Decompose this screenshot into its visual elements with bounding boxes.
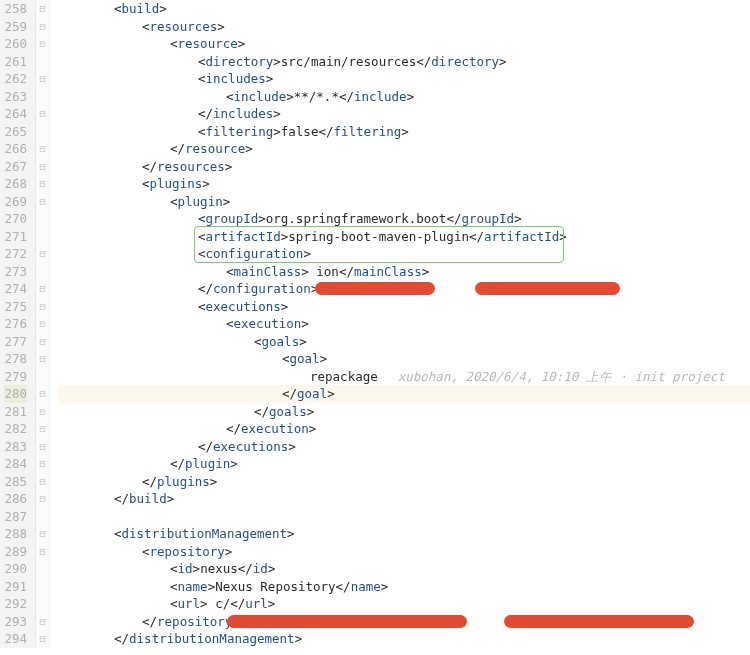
token-punc: > (167, 491, 175, 506)
code-line[interactable]: <artifactId>spring-boot-maven-plugin</ar… (58, 228, 750, 246)
fold-marker[interactable]: ⊟ (36, 245, 49, 263)
code-line[interactable]: <execution> (58, 315, 750, 333)
code-line[interactable]: <directory>src/main/resources</directory… (58, 53, 750, 71)
code-line[interactable]: </build> (58, 490, 750, 508)
token-punc: > (273, 106, 281, 121)
fold-marker[interactable]: ⊟ (36, 105, 49, 123)
fold-marker[interactable]: ⊟ (36, 333, 49, 351)
code-line[interactable]: <id>nexus</id> (58, 560, 750, 578)
code-line[interactable]: <filtering>false</filtering> (58, 123, 750, 141)
code-line[interactable]: </configuration> (58, 280, 750, 298)
fold-marker[interactable]: ⊟ (36, 525, 49, 543)
line-number: 294 (4, 630, 27, 648)
fold-marker[interactable]: ⊟ (36, 315, 49, 333)
token-punc: < (198, 229, 206, 244)
token-text: repackage (310, 369, 378, 384)
code-line[interactable]: <executions> (58, 298, 750, 316)
token-tag: directory (206, 54, 274, 69)
fold-marker[interactable]: ⊟ (36, 420, 49, 438)
code-line[interactable]: <include>**/*.*</include> (58, 88, 750, 106)
fold-marker[interactable]: ⊟ (36, 0, 49, 18)
fold-marker[interactable]: ⊟ (36, 543, 49, 561)
fold-marker[interactable]: ⊟ (36, 175, 49, 193)
code-area[interactable]: <build><resources><resource><directory>s… (50, 0, 750, 648)
code-line[interactable]: <distributionManagement> (58, 525, 750, 543)
line-number: 266 (4, 140, 27, 158)
code-line[interactable]: <plugins> (58, 175, 750, 193)
token-tag: configuration (213, 281, 311, 296)
code-line[interactable]: repackagexubohan, 2020/6/4, 10:10 上午 · i… (58, 368, 750, 386)
code-line[interactable]: <groupId>org.springframework.boot</group… (58, 210, 750, 228)
code-line[interactable]: <repository> (58, 543, 750, 561)
token-punc: > (266, 71, 274, 86)
code-line[interactable]: </includes> (58, 105, 750, 123)
line-number: 271 (4, 228, 27, 246)
fold-marker[interactable]: ⊟ (36, 70, 49, 88)
fold-marker[interactable]: ⊟ (36, 403, 49, 421)
token-punc: > (311, 281, 319, 296)
token-punc: < (170, 194, 178, 209)
line-number: 292 (4, 595, 27, 613)
code-line[interactable]: </distributionManagement> (58, 630, 750, 648)
code-line[interactable]: <url> c/</url> (58, 595, 750, 613)
fold-marker[interactable]: ⊟ (36, 140, 49, 158)
code-line[interactable]: <mainClass> ion</mainClass> (58, 263, 750, 281)
token-punc: </ (254, 404, 269, 419)
code-line[interactable]: <goals> (58, 333, 750, 351)
fold-marker[interactable]: ⊟ (36, 193, 49, 211)
fold-marker[interactable]: ⊟ (36, 298, 49, 316)
code-line[interactable]: <resources> (58, 18, 750, 36)
token-punc: < (142, 19, 150, 34)
fold-marker[interactable]: ⊟ (36, 455, 49, 473)
token-punc: < (114, 526, 122, 541)
token-punc: > (245, 141, 253, 156)
line-number: 275 (4, 298, 27, 316)
token-punc: > (200, 596, 208, 611)
fold-marker[interactable]: ⊟ (36, 350, 49, 368)
token-punc: > (232, 614, 240, 629)
code-line[interactable]: </repository> (58, 613, 750, 631)
code-line[interactable]: </plugin> (58, 455, 750, 473)
code-line[interactable] (58, 508, 750, 526)
token-tag: id (178, 561, 193, 576)
code-line[interactable]: </goals> (58, 403, 750, 421)
code-line[interactable]: </executions> (58, 438, 750, 456)
line-number: 270 (4, 210, 27, 228)
code-line[interactable]: <build> (58, 0, 750, 18)
token-punc: > (217, 19, 225, 34)
fold-marker[interactable]: ⊟ (36, 438, 49, 456)
code-line[interactable]: <configuration> (58, 245, 750, 263)
code-line[interactable]: <includes> (58, 70, 750, 88)
token-tag: execution (241, 421, 309, 436)
blame-annotation: xubohan, 2020/6/4, 10:10 上午 · init proje… (398, 369, 725, 384)
fold-marker[interactable]: ⊟ (36, 490, 49, 508)
code-line[interactable]: </resource> (58, 140, 750, 158)
code-editor[interactable]: 2582592602612622632642652662672682692702… (0, 0, 750, 648)
fold-marker[interactable]: ⊟ (36, 18, 49, 36)
token-punc: </ (114, 491, 129, 506)
token-punc: < (198, 124, 206, 139)
token-punc: > (295, 631, 303, 646)
code-line[interactable]: </goal> (58, 385, 750, 403)
code-line[interactable]: <goal> (58, 350, 750, 368)
fold-marker[interactable]: ⊟ (36, 613, 49, 631)
fold-marker[interactable]: ⊟ (36, 35, 49, 53)
fold-marker[interactable]: ⊟ (36, 630, 49, 648)
code-line[interactable]: </plugins> (58, 473, 750, 491)
token-punc: </ (336, 579, 351, 594)
code-line[interactable]: </execution> (58, 420, 750, 438)
token-tag: distributionManagement (122, 526, 288, 541)
fold-marker[interactable]: ⊟ (36, 158, 49, 176)
code-line[interactable]: <plugin> (58, 193, 750, 211)
token-punc: </ (114, 631, 129, 646)
fold-marker[interactable]: ⊟ (36, 385, 49, 403)
fold-marker[interactable]: ⊟ (36, 280, 49, 298)
fold-marker (36, 53, 49, 71)
code-line[interactable]: </resources> (58, 158, 750, 176)
fold-column[interactable]: ⊟⊟⊟⊟⊟⊟⊟⊟⊟⊟⊟⊟⊟⊟⊟⊟⊟⊟⊟⊟⊟⊟⊟⊟⊟⊟ (36, 0, 50, 648)
code-line[interactable]: <name>Nexus Repository</name> (58, 578, 750, 596)
fold-marker (36, 368, 49, 386)
code-line[interactable]: <resource> (58, 35, 750, 53)
fold-marker[interactable]: ⊟ (36, 473, 49, 491)
token-tag: goals (269, 404, 307, 419)
